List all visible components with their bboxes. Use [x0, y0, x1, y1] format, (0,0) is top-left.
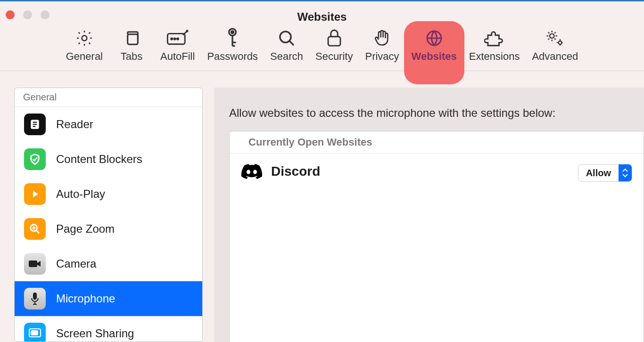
svg-rect-15: [29, 261, 37, 267]
tab-security[interactable]: Security: [315, 26, 353, 63]
tab-websites[interactable]: Websites: [412, 26, 457, 63]
discord-icon: [241, 164, 263, 179]
tab-label: Extensions: [469, 50, 520, 63]
tab-search[interactable]: Search: [270, 26, 303, 63]
select-stepper-icon: [619, 164, 632, 181]
window-title: Websites: [0, 10, 644, 24]
camera-icon: [24, 253, 46, 275]
hand-icon: [369, 27, 396, 49]
permission-value: Allow: [578, 168, 619, 179]
puzzle-icon: [481, 27, 508, 49]
sidebar-section-header: General: [15, 88, 202, 107]
tab-label: Privacy: [365, 50, 399, 63]
preferences-toolbar: General Tabs AutoFill Passwords: [0, 26, 644, 71]
tab-tabs[interactable]: Tabs: [115, 26, 148, 63]
tab-label: Search: [270, 50, 303, 63]
sidebar-item-content-blockers[interactable]: Content Blockers: [15, 142, 202, 177]
svg-point-7: [231, 31, 234, 33]
sidebar-item-camera[interactable]: Camera: [15, 246, 202, 281]
sidebar-item-label: Screen Sharing: [56, 327, 134, 340]
tab-general[interactable]: General: [66, 26, 103, 63]
tabs-icon: [118, 27, 145, 49]
tab-label: General: [66, 50, 103, 63]
table-section-label: Currently Open Websites: [230, 131, 644, 154]
key-icon: [219, 27, 246, 49]
autofill-icon: [164, 27, 191, 49]
sidebar-item-label: Reader: [56, 118, 93, 131]
websites-sidebar: General Reader Content Blockers Auto-Pla…: [14, 88, 203, 342]
sidebar-item-label: Camera: [56, 257, 96, 270]
sidebar-item-page-zoom[interactable]: Page Zoom: [15, 212, 202, 246]
table-row[interactable]: Discord Allow: [230, 154, 644, 342]
search-icon: [273, 27, 300, 49]
sidebar-item-auto-play[interactable]: Auto-Play: [15, 177, 202, 212]
tab-privacy[interactable]: Privacy: [365, 26, 399, 63]
tab-label: Passwords: [207, 50, 258, 63]
permission-select[interactable]: Allow: [578, 164, 632, 182]
gear-icon: [71, 27, 98, 49]
globe-icon: [421, 27, 448, 49]
sidebar-item-label: Page Zoom: [56, 222, 115, 236]
tab-label: Websites: [412, 50, 457, 63]
svg-point-4: [174, 38, 175, 40]
svg-point-3: [171, 38, 172, 40]
svg-rect-16: [33, 293, 37, 300]
zoom-in-icon: [24, 218, 46, 240]
sidebar-item-label: Auto-Play: [56, 187, 105, 201]
svg-point-12: [559, 41, 562, 44]
svg-point-0: [82, 36, 87, 41]
microphone-icon: [24, 288, 46, 309]
svg-rect-9: [328, 37, 340, 46]
svg-rect-1: [128, 34, 138, 45]
tab-passwords[interactable]: Passwords: [207, 26, 258, 63]
lock-icon: [321, 27, 348, 49]
play-icon: [24, 183, 46, 205]
tab-label: Tabs: [121, 50, 142, 63]
sidebar-item-label: Content Blockers: [56, 153, 142, 166]
tab-autofill[interactable]: AutoFill: [160, 26, 195, 63]
gears-icon: [541, 27, 569, 49]
tab-label: Advanced: [532, 50, 578, 63]
sidebar-item-microphone[interactable]: Microphone: [15, 281, 202, 316]
svg-rect-18: [31, 331, 38, 335]
website-name: Discord: [271, 164, 320, 179]
tab-label: Security: [315, 50, 353, 63]
svg-point-11: [550, 34, 554, 38]
permissions-panel: Allow websites to access the microphone …: [214, 88, 644, 342]
websites-permission-table: Currently Open Websites Discord Allow: [229, 131, 644, 342]
svg-point-5: [177, 38, 178, 40]
svg-rect-2: [167, 33, 185, 44]
reader-icon: [24, 114, 46, 135]
panel-heading: Allow websites to access the microphone …: [229, 106, 644, 120]
sidebar-item-reader[interactable]: Reader: [15, 107, 202, 142]
svg-point-8: [280, 32, 291, 42]
tab-label: AutoFill: [160, 50, 195, 63]
sidebar-item-screen-sharing[interactable]: Screen Sharing: [15, 316, 202, 342]
tab-advanced[interactable]: Advanced: [532, 26, 578, 63]
tab-extensions[interactable]: Extensions: [469, 26, 520, 63]
sidebar-item-label: Microphone: [56, 292, 115, 305]
screen-share-icon: [24, 323, 46, 342]
shield-check-icon: [24, 148, 46, 170]
